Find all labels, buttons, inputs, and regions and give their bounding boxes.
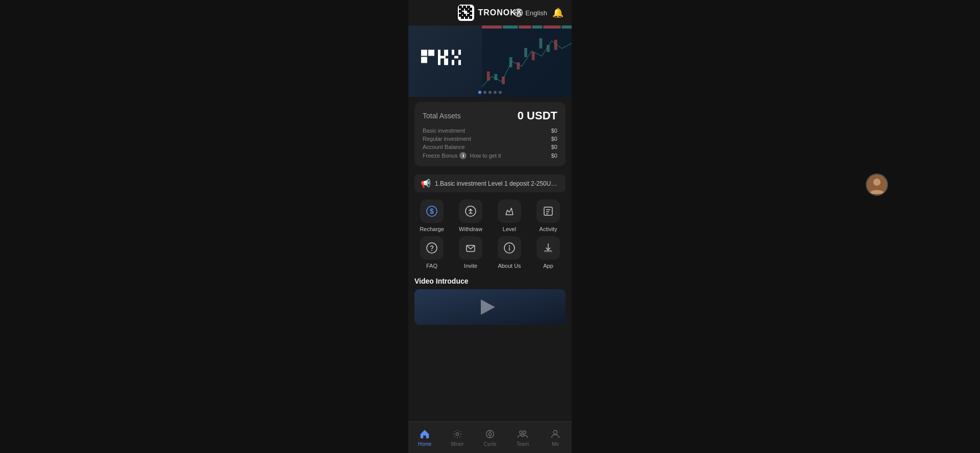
svg-rect-50 [458, 60, 461, 65]
invite-action[interactable]: Invite [453, 236, 488, 269]
about-us-action[interactable]: About Us [492, 236, 527, 269]
bell-icon[interactable]: 🔔 [552, 7, 564, 18]
assets-rows: Basic investment $0 Regular investment $… [423, 128, 557, 159]
svg-rect-47 [458, 50, 461, 55]
svg-point-75 [520, 431, 523, 434]
svg-rect-38 [421, 50, 427, 56]
nav-miner-label: Miner [451, 441, 463, 447]
avatar-image [867, 174, 887, 195]
regular-investment-label: Regular investment [423, 136, 471, 142]
nav-cycle[interactable]: Cycle [474, 425, 506, 450]
home-nav-icon [419, 429, 430, 440]
video-preview[interactable] [414, 289, 566, 325]
language-label: English [525, 9, 547, 17]
svg-rect-19 [482, 26, 572, 97]
svg-rect-29 [554, 40, 557, 50]
svg-rect-49 [452, 60, 454, 65]
withdraw-action[interactable]: Withdraw [453, 199, 488, 232]
dot-1 [483, 91, 486, 94]
me-nav-icon [550, 429, 561, 440]
level-icon-wrap [498, 199, 521, 223]
nav-home[interactable]: Home [408, 425, 441, 450]
app-download-icon [542, 242, 554, 254]
svg-rect-43 [440, 56, 446, 59]
svg-rect-35 [543, 26, 560, 29]
freeze-bonus-text: Freeze Bonus [423, 153, 457, 159]
recharge-action[interactable]: $ Recharge [414, 199, 449, 232]
svg-point-76 [523, 431, 526, 434]
account-balance-label: Account Balance [423, 144, 465, 150]
svg-rect-41 [428, 57, 434, 63]
banner-logo-area [419, 47, 464, 76]
about-us-icon [503, 242, 516, 254]
regular-investment-value: $0 [551, 136, 557, 142]
svg-rect-39 [428, 50, 434, 56]
nav-cycle-label: Cycle [483, 441, 496, 447]
app-label: App [543, 263, 553, 269]
app-container: TRONOKX English 🔔 [408, 0, 572, 453]
svg-rect-16 [469, 16, 472, 19]
svg-rect-20 [487, 71, 490, 81]
okx-logo-banner [419, 47, 464, 76]
language-button[interactable]: English [514, 8, 547, 17]
recharge-icon: $ [426, 205, 438, 217]
about-us-icon-wrap [498, 236, 521, 260]
marquee-bar: 📢 1.Basic investment Level 1 deposit 2-2… [414, 174, 566, 192]
video-thumbnail [414, 289, 566, 325]
svg-point-70 [456, 433, 459, 436]
banner-dots [478, 91, 502, 94]
svg-rect-14 [461, 16, 464, 19]
header: TRONOKX English 🔔 [408, 0, 572, 26]
regular-investment-row: Regular investment $0 [423, 136, 557, 142]
nav-miner[interactable]: Miner [441, 425, 474, 450]
assets-label: Total Assets [423, 112, 461, 120]
about-us-label: About Us [498, 263, 521, 269]
account-balance-value: $0 [551, 144, 557, 150]
svg-rect-46 [452, 50, 454, 55]
svg-rect-45 [444, 59, 448, 65]
globe-icon [514, 8, 523, 17]
freeze-bonus-value: $0 [551, 153, 557, 159]
assets-card: Total Assets 0 USDT Basic investment $0 … [414, 102, 566, 166]
recharge-icon-wrap: $ [420, 199, 444, 223]
dot-4 [499, 91, 502, 94]
svg-rect-22 [502, 77, 505, 84]
svg-point-60 [427, 243, 437, 253]
header-right: English 🔔 [514, 7, 564, 18]
svg-text:$: $ [430, 207, 434, 215]
svg-rect-36 [561, 26, 572, 29]
svg-rect-25 [524, 48, 527, 57]
faq-action[interactable]: FAQ [414, 236, 449, 269]
svg-rect-15 [465, 16, 468, 19]
floating-avatar[interactable] [866, 173, 888, 196]
level-action[interactable]: Level [492, 199, 527, 232]
account-balance-row: Account Balance $0 [423, 144, 557, 150]
nav-home-label: Home [418, 441, 432, 447]
assets-amount: 0 USDT [518, 109, 557, 122]
svg-rect-32 [503, 26, 518, 29]
app-action[interactable]: App [531, 236, 566, 269]
activity-action[interactable]: Activity [531, 199, 566, 232]
faq-icon [426, 242, 438, 254]
app-icon-wrap [536, 236, 560, 260]
svg-rect-23 [509, 57, 512, 67]
invite-icon-wrap [459, 236, 482, 260]
chart-background [482, 26, 572, 97]
withdraw-icon [464, 205, 477, 217]
svg-point-72 [488, 433, 492, 436]
dot-3 [494, 91, 497, 94]
svg-rect-31 [482, 26, 502, 29]
activity-label: Activity [540, 226, 557, 232]
recharge-label: Recharge [420, 226, 444, 232]
nav-team[interactable]: Team [506, 425, 539, 450]
svg-rect-26 [532, 52, 535, 60]
how-to-get-text[interactable]: How to get it [470, 153, 501, 159]
basic-investment-label: Basic investment [423, 128, 465, 134]
svg-rect-33 [519, 26, 531, 29]
svg-point-64 [509, 245, 510, 246]
marquee-text: 1.Basic investment Level 1 deposit 2-250… [435, 180, 559, 187]
freeze-bonus-info-icon[interactable]: ℹ [459, 152, 467, 159]
tronokx-logo-icon [458, 5, 474, 21]
basic-investment-row: Basic investment $0 [423, 128, 557, 134]
nav-me[interactable]: Me [539, 425, 572, 450]
